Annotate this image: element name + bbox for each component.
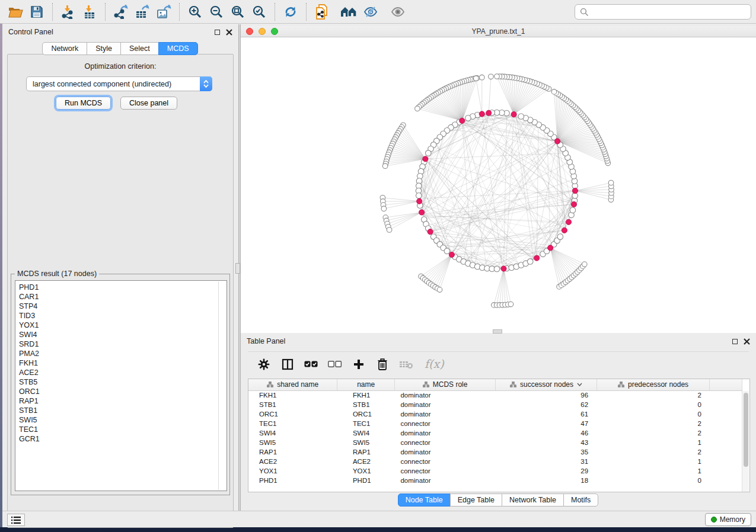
table-cell[interactable]: 61 [496,409,596,419]
delete-column-icon[interactable] [375,357,390,372]
criterion-dropdown[interactable]: largest connected component (undirected) [26,76,212,91]
table-cell[interactable]: STB1 [248,400,337,409]
show-all-icon[interactable] [387,2,409,22]
table-row[interactable]: PHD1PHD1dominator180 [248,476,742,485]
mcds-result-item[interactable]: TEC1 [19,425,227,434]
refresh-icon[interactable] [280,2,301,22]
tab-network-table[interactable]: Network Table [502,493,564,507]
tab-node-table[interactable]: Node Table [398,493,451,507]
mcds-result-item[interactable]: SRD1 [19,339,227,349]
table-row[interactable]: YOX1YOX1connector291 [248,466,742,476]
export-network-icon[interactable] [110,2,132,22]
column-header-predecessor-nodes[interactable]: predecessor nodes [596,379,710,390]
mcds-result-item[interactable]: CAR1 [19,292,227,302]
table-cell[interactable]: ACE2 [248,457,337,466]
mcds-result-item[interactable]: SWI5 [19,415,227,425]
table-cell[interactable]: SWI4 [337,428,395,438]
zoom-in-icon[interactable] [184,2,206,22]
show-columns-icon[interactable] [280,357,295,372]
import-network-icon[interactable] [58,2,79,22]
table-cell[interactable]: dominator [394,400,495,409]
mcds-result-item[interactable]: ACE2 [19,368,227,377]
tab-motifs[interactable]: Motifs [563,493,598,507]
table-cell[interactable]: connector [394,457,495,466]
table-cell[interactable]: SWI5 [337,438,395,447]
select-all-icon[interactable] [304,357,319,372]
zoom-out-icon[interactable] [206,2,227,22]
table-cell[interactable]: FKH1 [248,390,337,400]
tab-network[interactable]: Network [42,42,87,55]
deselect-all-icon[interactable] [327,357,343,372]
table-cell[interactable]: 96 [496,390,596,400]
table-cell[interactable]: TEC1 [248,419,337,428]
table-cell[interactable]: 18 [496,476,596,485]
table-cell[interactable]: 43 [496,438,596,447]
mcds-result-item[interactable]: STB1 [19,406,227,415]
tab-mcds[interactable]: MCDS [158,42,198,55]
table-cell[interactable]: ORC1 [337,409,395,419]
import-table-icon[interactable] [79,2,100,22]
tab-select[interactable]: Select [120,42,159,55]
table-cell[interactable]: TEC1 [337,419,395,428]
table-cell[interactable]: 31 [496,457,596,466]
table-cell[interactable]: ACE2 [337,457,395,466]
close-panel-icon[interactable] [744,338,750,345]
table-row[interactable]: SWI5SWI5connector431 [248,438,742,447]
table-cell[interactable]: dominator [394,409,495,419]
table-cell[interactable]: 35 [496,447,596,457]
table-cell[interactable]: 62 [496,400,596,409]
mcds-result-item[interactable]: RAP1 [19,396,227,406]
table-cell[interactable]: 0 [596,409,710,419]
table-cell[interactable]: RAP1 [337,447,395,457]
mcds-result-item[interactable]: GCR1 [19,434,227,444]
table-cell[interactable]: 2 [596,390,710,400]
table-cell[interactable]: 1 [596,438,710,447]
table-cell[interactable]: 0 [596,476,710,485]
table-row[interactable]: STB1STB1dominator620 [248,400,742,409]
table-cell[interactable]: 2 [596,428,710,438]
table-cell[interactable]: YOX1 [337,466,395,476]
column-header-successor-nodes[interactable]: successor nodes [496,379,596,390]
mcds-result-item[interactable]: ORC1 [19,387,227,396]
table-cell[interactable]: 29 [496,466,596,476]
mcds-result-item[interactable]: PMA2 [19,349,227,358]
memory-button[interactable]: Memory [705,513,751,526]
mcds-result-item[interactable]: YOX1 [19,321,227,330]
list-scrollbar[interactable] [218,281,219,490]
mcds-result-item[interactable]: FKH1 [19,358,227,368]
add-column-icon[interactable] [351,357,366,372]
float-panel-icon[interactable] [215,30,220,35]
zoom-fit-icon[interactable] [227,2,248,22]
export-table-icon[interactable] [132,2,153,22]
table-cell[interactable]: 46 [496,428,596,438]
table-cell[interactable]: YOX1 [248,466,337,476]
table-cell[interactable]: SWI5 [248,438,337,447]
hide-selected-icon[interactable] [360,2,381,22]
close-panel-icon[interactable] [226,29,232,36]
tab-edge-table[interactable]: Edge Table [450,493,502,507]
run-mcds-button[interactable]: Run MCDS [56,97,111,110]
table-cell[interactable]: dominator [394,476,495,485]
mcds-result-item[interactable]: STB5 [19,377,227,387]
column-header-MCDS-role[interactable]: MCDS role [394,379,495,390]
table-row[interactable]: ORC1ORC1dominator610 [248,409,742,419]
table-row[interactable]: ACE2ACE2connector311 [248,457,742,466]
mcds-result-item[interactable]: STP4 [19,302,227,311]
mcds-result-item[interactable]: SWI4 [19,330,227,339]
tab-style[interactable]: Style [87,42,121,55]
table-row[interactable]: SWI4SWI4dominator462 [248,428,742,438]
mcds-result-item[interactable]: TID3 [19,311,227,321]
first-neighbors-icon[interactable] [339,2,360,22]
table-cell[interactable]: PHD1 [248,476,337,485]
table-scrollbar[interactable] [742,391,749,492]
table-cell[interactable]: 47 [496,419,596,428]
column-header-shared-name[interactable]: shared name [248,379,337,390]
table-cell[interactable]: dominator [394,390,495,400]
horizontal-splitter-handle[interactable] [493,329,502,334]
zoom-selected-icon[interactable] [248,2,270,22]
table-cell[interactable]: dominator [394,428,495,438]
settings-gear-icon[interactable] [256,357,272,372]
table-cell[interactable]: connector [394,438,495,447]
search-field[interactable] [575,4,751,20]
table-cell[interactable]: 0 [596,400,710,409]
